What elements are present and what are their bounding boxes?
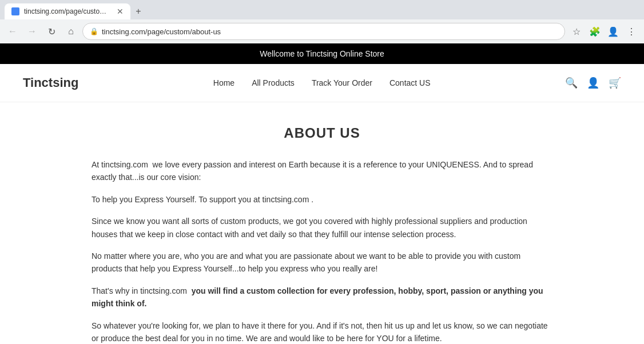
cart-icon[interactable]: 🛒 (609, 77, 621, 89)
announcement-bar: Wellcome to Tinctsing Online Store (0, 43, 644, 64)
url-text: tinctsing.com/page/custom/about-us (102, 27, 558, 36)
reload-button[interactable]: ↻ (43, 23, 59, 39)
nav-track-order[interactable]: Track Your Order (312, 78, 372, 87)
nav-all-products[interactable]: All Products (252, 78, 295, 87)
account-icon[interactable]: 👤 (587, 77, 599, 89)
forward-button[interactable]: → (24, 23, 40, 39)
search-icon[interactable]: 🔍 (565, 77, 578, 89)
back-button[interactable]: ← (5, 23, 21, 39)
address-bar[interactable]: 🔒 tinctsing.com/page/custom/about-us (82, 23, 565, 40)
new-tab-button[interactable]: + (130, 3, 146, 19)
paragraph-5: That's why in tinctsing.com you will fin… (92, 285, 552, 310)
main-content: ABOUT US At tinctsing.com we love every … (0, 102, 644, 344)
browser-chrome: tinctsing.com/page/custom/a... ✕ + ← → ↻… (0, 0, 644, 43)
tab-title: tinctsing.com/page/custom/a... (24, 7, 112, 15)
store-logo: Tinctsing (23, 75, 78, 90)
tab-favicon (11, 7, 19, 15)
browser-actions: ☆ 🧩 👤 ⋮ (569, 23, 639, 39)
menu-button[interactable]: ⋮ (623, 23, 639, 39)
paragraph-4: No matter where you are, who you are and… (92, 250, 552, 275)
paragraph-2: To help you Express Yourself. To support… (92, 193, 552, 206)
nav-contact-us[interactable]: Contact US (389, 78, 431, 87)
header-icons: 🔍 👤 🛒 (565, 77, 621, 89)
paragraph-6: So whatever you're looking for, we plan … (92, 319, 552, 344)
profile-button[interactable]: 👤 (605, 23, 621, 39)
tab-close-button[interactable]: ✕ (117, 7, 124, 16)
browser-tab[interactable]: tinctsing.com/page/custom/a... ✕ (5, 3, 130, 19)
home-button[interactable]: ⌂ (63, 23, 79, 39)
main-nav: Home All Products Track Your Order Conta… (213, 78, 431, 87)
browser-toolbar: ← → ↻ ⌂ 🔒 tinctsing.com/page/custom/abou… (0, 19, 644, 43)
extensions-button[interactable]: 🧩 (587, 23, 603, 39)
page-title: ABOUT US (92, 125, 552, 141)
paragraph-1: At tinctsing.com we love every passion a… (92, 158, 552, 184)
paragraph-3: Since we know you want all sorts of cust… (92, 215, 552, 241)
bookmark-button[interactable]: ☆ (569, 23, 585, 39)
nav-home[interactable]: Home (213, 78, 234, 87)
lock-icon: 🔒 (90, 27, 98, 35)
announcement-text: Wellcome to Tinctsing Online Store (260, 49, 384, 58)
store-header: Tinctsing Home All Products Track Your O… (0, 64, 644, 102)
content-body: At tinctsing.com we love every passion a… (92, 158, 552, 344)
